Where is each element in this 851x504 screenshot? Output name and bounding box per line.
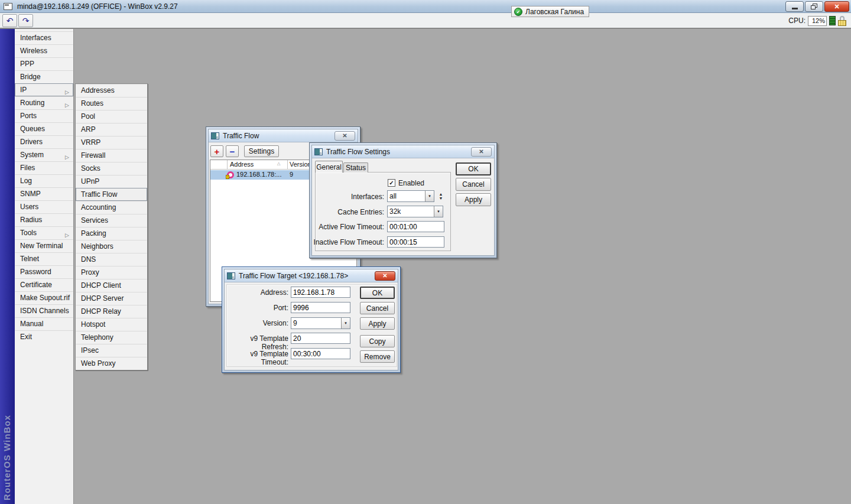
spin-down-icon[interactable]: ▼ (439, 196, 443, 200)
submenu-item[interactable]: ARP (76, 123, 147, 136)
interfaces-spinner[interactable]: ▲ ▼ (437, 192, 445, 200)
settings-cancel-button[interactable]: Cancel (456, 178, 491, 191)
submenu-item[interactable]: DHCP Client (76, 279, 147, 292)
submenu-item[interactable]: Addresses (76, 84, 147, 97)
sidebar-item[interactable]: PPP ▷ (15, 57, 73, 70)
port-input[interactable] (291, 302, 350, 313)
submenu-item[interactable]: VRRP (76, 136, 147, 149)
inactive-timeout-input[interactable] (387, 236, 444, 248)
sidebar-item[interactable]: Radius ▷ (15, 213, 73, 226)
active-timeout-input[interactable] (387, 221, 444, 232)
sidebar-item[interactable]: ISDN Channels ▷ (15, 304, 73, 317)
target-cancel-button[interactable]: Cancel (360, 302, 395, 314)
submenu-item[interactable]: DNS (76, 253, 147, 266)
undo-button[interactable]: ↶ (2, 14, 17, 27)
submenu-item[interactable]: Neighbors (76, 240, 147, 253)
active-timeout-label: Active Flow Timeout: (313, 223, 384, 231)
target-ok-button[interactable]: OK (360, 287, 395, 299)
sidebar-item[interactable]: Queues ▷ (15, 122, 73, 135)
sidebar-item[interactable]: Make Supout.rif ▷ (15, 291, 73, 304)
sidebar-item[interactable]: New Terminal ▷ (15, 239, 73, 252)
settings-apply-button[interactable]: Apply (456, 193, 491, 206)
chevron-down-icon[interactable]: ▼ (425, 191, 434, 201)
sidebar-item[interactable]: Tools ▷ (15, 226, 73, 239)
sidebar-item[interactable]: SNMP ▷ (15, 187, 73, 200)
sidebar-item[interactable]: Log ▷ (15, 174, 73, 187)
redo-button[interactable]: ↷ (18, 14, 33, 27)
target-copy-button[interactable]: Copy (360, 335, 395, 347)
submenu-item[interactable]: Socks (76, 162, 147, 175)
submenu-item[interactable]: Web Proxy (76, 357, 147, 370)
traffic-indicator-icon (829, 16, 836, 25)
sidebar-item[interactable]: Wireless ▷ (15, 44, 73, 57)
workspace: RouterOS WinBox Interfaces ▷ Wireless ▷ … (0, 28, 851, 504)
user-name: Лаговская Галина (525, 8, 584, 16)
settings-close-button[interactable]: ✕ (471, 147, 492, 157)
column-address[interactable]: Address (230, 161, 254, 168)
chevron-down-icon[interactable]: ▼ (341, 318, 350, 329)
submenu-item[interactable]: Traffic Flow (76, 188, 147, 201)
submenu-item[interactable]: Proxy (76, 266, 147, 279)
sidebar-item[interactable]: IP ▷ (15, 83, 73, 96)
sidebar-item[interactable]: Ports ▷ (15, 109, 73, 122)
enabled-checkbox[interactable]: ✓ (388, 179, 395, 187)
sidebar-item[interactable]: Interfaces ▷ (15, 31, 73, 44)
restore-button[interactable] (805, 1, 823, 12)
sidebar-item[interactable]: System ▷ (15, 148, 73, 161)
minimize-button[interactable] (785, 1, 804, 12)
submenu-item[interactable]: IPsec (76, 344, 147, 357)
submenu-item[interactable]: Routes (76, 97, 147, 110)
submenu-item[interactable]: DHCP Server (76, 292, 147, 305)
sidebar-item[interactable]: Telnet ▷ (15, 252, 73, 265)
chevron-down-icon[interactable]: ▼ (434, 206, 443, 217)
target-titlebar[interactable]: Traffic Flow Target <192.168.1.78> (225, 269, 398, 282)
sidebar-item[interactable]: Manual ▷ (15, 317, 73, 330)
user-status-badge[interactable]: ✔ Лаговская Галина (511, 6, 589, 17)
spin-up-icon[interactable]: ▲ (439, 192, 443, 196)
cache-entries-select[interactable]: 32k ▼ (387, 206, 443, 217)
settings-titlebar[interactable]: Traffic Flow Settings (312, 145, 494, 158)
submenu-item[interactable]: Pool (76, 110, 147, 123)
lock-icon (838, 16, 846, 26)
submenu-item[interactable]: UPnP (76, 175, 147, 188)
sidebar-item[interactable]: Password ▷ (15, 265, 73, 278)
interfaces-select[interactable]: all ▼ (387, 190, 434, 202)
target-remove-button[interactable]: Remove (360, 350, 395, 363)
interfaces-label: Interfaces: (313, 193, 384, 201)
column-version[interactable]: Version (290, 161, 311, 168)
sidebar-item[interactable]: Users ▷ (15, 200, 73, 213)
close-icon: ✕ (834, 3, 839, 11)
submenu-item[interactable]: Accounting (76, 201, 147, 214)
submenu-item[interactable]: Firewall (76, 149, 147, 162)
sidebar-item[interactable]: Routing ▷ (15, 96, 73, 109)
target-close-button[interactable]: ✕ (375, 271, 395, 281)
address-input[interactable] (291, 287, 350, 298)
target-apply-button[interactable]: Apply (360, 317, 395, 330)
traffic-flow-close-button[interactable]: ✕ (334, 131, 355, 141)
remove-target-button[interactable]: − (226, 145, 239, 157)
version-select[interactable]: 9 ▼ (291, 317, 350, 329)
sidebar-item[interactable]: Bridge ▷ (15, 70, 73, 83)
sidebar-item[interactable]: Exit ▷ (15, 330, 73, 343)
traffic-flow-settings-window: Traffic Flow Settings ✕ General Status ✓… (309, 142, 497, 258)
row-address: 192.168.1.78:... (236, 171, 281, 178)
add-target-button[interactable]: + (210, 145, 223, 157)
submenu-item[interactable]: Hotspot (76, 318, 147, 331)
submenu-item[interactable]: Packing (76, 227, 147, 240)
refresh-input[interactable] (291, 333, 350, 344)
enabled-label: Enabled (398, 179, 440, 187)
tab-status[interactable]: Status (343, 162, 368, 173)
submenu-item[interactable]: DHCP Relay (76, 305, 147, 318)
sidebar-item[interactable]: Drivers ▷ (15, 135, 73, 148)
settings-ok-button[interactable]: OK (456, 162, 491, 175)
version-label: Version: (226, 319, 288, 327)
timeout-input[interactable] (291, 348, 350, 359)
submenu-item[interactable]: Telephony (76, 331, 147, 344)
submenu-item[interactable]: Services (76, 214, 147, 227)
sidebar-item[interactable]: Files ▷ (15, 161, 73, 174)
close-button[interactable]: ✕ (824, 1, 849, 12)
address-label: Address: (226, 288, 288, 297)
settings-button[interactable]: Settings (244, 145, 279, 157)
sidebar-item[interactable]: Certificate ▷ (15, 278, 73, 291)
tab-general[interactable]: General (315, 161, 343, 173)
